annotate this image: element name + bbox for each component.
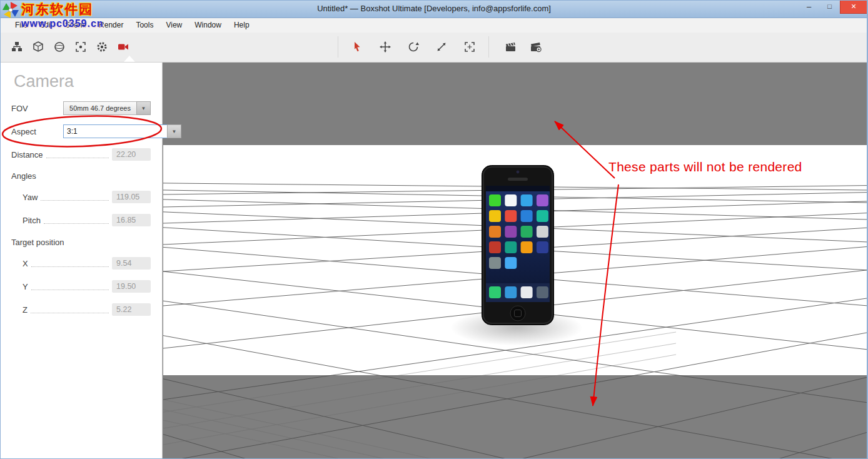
- aspect-label: Aspect: [11, 127, 63, 136]
- fov-dropdown[interactable]: 50mm 46.7 degrees ▼: [63, 101, 151, 115]
- z-label: Z: [23, 305, 28, 315]
- shapes-button[interactable]: [28, 36, 49, 58]
- dotted-leader: [31, 266, 109, 267]
- aspect-combo: ▼: [63, 124, 181, 138]
- y-label: Y: [23, 282, 28, 291]
- dotted-leader: [44, 223, 109, 224]
- aspect-dropdown-button[interactable]: ▼: [167, 124, 181, 138]
- render-movie-icon: [530, 41, 542, 53]
- rotate-tool-button[interactable]: [403, 36, 424, 58]
- frame-tool-button[interactable]: [459, 36, 480, 58]
- x-value-field[interactable]: 9.54: [112, 257, 151, 270]
- titlebar: Untitled* — Boxshot Ultimate [Developers…: [0, 0, 868, 18]
- aspect-row: Aspect ▼: [11, 124, 151, 139]
- annotation-arrows: [163, 62, 868, 459]
- materials-button[interactable]: [49, 36, 70, 58]
- menu-render[interactable]: Render: [93, 18, 129, 33]
- x-row: X 9.54: [11, 256, 151, 271]
- close-button[interactable]: ×: [840, 0, 867, 14]
- window-controls: – □ ×: [799, 0, 867, 14]
- move-tool-button[interactable]: [375, 36, 396, 58]
- select-tool-button[interactable]: [346, 36, 368, 58]
- yaw-value-field[interactable]: 119.05: [112, 191, 151, 203]
- sphere-icon: [54, 41, 65, 53]
- fov-label: FOV: [11, 104, 63, 113]
- distance-row: Distance 22.20: [11, 147, 151, 162]
- scene-tree-icon: [11, 41, 23, 53]
- menubar: File Edit Scene Render Tools View Window…: [0, 18, 868, 33]
- angles-header: Angles: [11, 170, 151, 181]
- distance-label: Distance: [11, 150, 43, 159]
- scene-tree-button[interactable]: [6, 36, 28, 58]
- dotted-leader: [46, 157, 109, 158]
- z-value-field[interactable]: 5.22: [112, 303, 151, 316]
- z-row: Z 5.22: [11, 302, 151, 317]
- cube-icon: [33, 41, 44, 53]
- menu-file[interactable]: File: [9, 18, 33, 33]
- render-movie-button[interactable]: [525, 36, 547, 58]
- clapperboard-icon: [505, 41, 517, 53]
- window-title: Untitled* — Boxshot Ultimate [Developers…: [0, 0, 868, 18]
- viewport-3d[interactable]: These parts will not be rendered: [163, 62, 868, 459]
- snapshot-icon: [75, 41, 86, 53]
- yaw-row: Yaw 119.05: [11, 189, 151, 204]
- pitch-value-field[interactable]: 16.85: [112, 214, 151, 226]
- scale-tool-button[interactable]: [431, 36, 452, 58]
- target-position-header: Target position: [11, 236, 151, 248]
- minimize-button[interactable]: –: [799, 0, 819, 14]
- select-arrow-icon: [351, 41, 363, 53]
- menu-window[interactable]: Window: [188, 18, 228, 33]
- animation-button[interactable]: [500, 36, 522, 58]
- y-row: Y 19.50: [11, 279, 151, 294]
- yaw-label: Yaw: [23, 193, 38, 202]
- aspect-input[interactable]: [63, 124, 167, 138]
- active-tool-notch: [124, 56, 135, 62]
- dotted-leader: [41, 199, 109, 201]
- menu-edit[interactable]: Edit: [33, 18, 59, 33]
- menu-tools[interactable]: Tools: [129, 18, 159, 33]
- gear-icon: [96, 41, 108, 53]
- rotate-icon: [408, 41, 419, 53]
- dotted-leader: [31, 312, 109, 313]
- distance-value-field[interactable]: 22.20: [112, 148, 151, 161]
- pitch-row: Pitch 16.85: [11, 213, 151, 228]
- pitch-label: Pitch: [23, 216, 41, 225]
- menu-view[interactable]: View: [159, 18, 188, 33]
- snapshot-button[interactable]: [70, 36, 91, 58]
- maximize-button[interactable]: □: [819, 0, 840, 14]
- menu-help[interactable]: Help: [228, 18, 256, 33]
- x-label: X: [23, 259, 28, 268]
- fov-row: FOV 50mm 46.7 degrees ▼: [11, 101, 151, 116]
- fov-value: 50mm 46.7 degrees: [63, 101, 136, 115]
- settings-button[interactable]: [91, 36, 113, 58]
- panel-title: Camera: [14, 72, 151, 91]
- scale-icon: [436, 41, 447, 53]
- fov-dropdown-button[interactable]: ▼: [136, 101, 151, 115]
- menu-scene[interactable]: Scene: [59, 18, 93, 33]
- frame-icon: [464, 41, 475, 53]
- y-value-field[interactable]: 19.50: [112, 280, 151, 293]
- dotted-leader: [31, 289, 109, 290]
- camera-icon: [118, 41, 129, 53]
- camera-panel: Camera FOV 50mm 46.7 degrees ▼ Aspect ▼ …: [0, 62, 163, 459]
- move-icon: [380, 41, 391, 53]
- camera-tool-button[interactable]: [113, 36, 134, 58]
